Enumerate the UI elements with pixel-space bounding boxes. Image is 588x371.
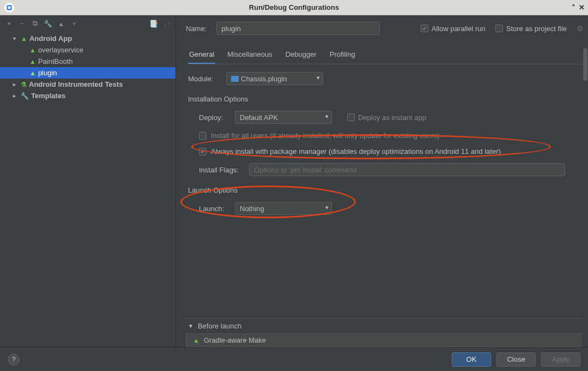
tree-item-label: PaintBooth <box>38 57 73 65</box>
tab-miscellaneous[interactable]: Miscellaneous <box>226 47 273 64</box>
checkbox-icon <box>199 148 207 155</box>
flask-icon: ⚗ <box>21 81 27 88</box>
window-minimize-icon[interactable]: ˄ <box>572 3 575 11</box>
checkbox-label: Always install with package manager (dis… <box>211 147 501 155</box>
checkbox-icon <box>347 113 355 121</box>
tab-debugger[interactable]: Debugger <box>284 47 318 64</box>
tree-item-label: plugin <box>38 69 57 77</box>
launch-select[interactable]: Nothing <box>235 202 332 215</box>
android-icon: ▲ <box>193 337 199 344</box>
name-label: Name: <box>186 25 207 33</box>
module-value: Chassis.plugin <box>241 75 287 83</box>
remove-icon[interactable]: － <box>17 19 26 28</box>
checkbox-icon <box>199 132 207 140</box>
before-launch-task-label: Gradle-aware Make <box>204 336 266 344</box>
launch-label: Launch: <box>199 205 227 213</box>
titlebar: Run/Debug Configurations ˄ ✕ <box>0 0 588 15</box>
general-tab-content: Module: Chassis.plugin Installation Opti… <box>186 64 584 223</box>
before-launch-section: ▼ Before launch ▲ Gradle-aware Make <box>186 318 584 347</box>
tree-item-plugin[interactable]: ▲ plugin <box>0 67 175 79</box>
checkbox-label: Install for all users (if already instal… <box>211 131 439 140</box>
tree-group-label: Templates <box>31 92 65 100</box>
before-launch-header[interactable]: ▼ Before launch <box>186 319 584 333</box>
add-icon[interactable]: ＋ <box>4 19 13 28</box>
chevron-right-icon: ▸ <box>13 81 19 87</box>
installation-options-title: Installation Options <box>188 95 581 103</box>
folder-icon <box>231 76 239 82</box>
window-title: Run/Debug Configurations <box>0 3 588 11</box>
install-all-users-checkbox[interactable]: Install for all users (if already instal… <box>199 131 581 140</box>
checkbox-icon <box>495 25 503 32</box>
android-icon: ▲ <box>29 58 36 65</box>
module-label: Module: <box>188 75 219 83</box>
scrollbar[interactable] <box>583 15 588 347</box>
install-flags-input[interactable] <box>249 163 565 176</box>
deploy-select[interactable]: Default APK <box>235 111 332 124</box>
copy-icon[interactable]: ⧉ <box>31 19 39 28</box>
configuration-editor: Name: Allow parallel run Store as projec… <box>176 15 588 347</box>
chevron-down-icon: ▾ <box>13 35 19 41</box>
checkbox-icon <box>421 25 428 32</box>
chevron-down-icon: ▼ <box>188 323 193 329</box>
tree-group-templates[interactable]: ▸ 🔧 Templates <box>0 90 175 101</box>
module-select[interactable]: Chassis.plugin <box>226 72 323 85</box>
always-package-manager-checkbox[interactable]: Always install with package manager (dis… <box>199 147 581 155</box>
checkbox-label: Allow parallel run <box>432 25 486 33</box>
before-launch-task-row[interactable]: ▲ Gradle-aware Make <box>186 333 584 347</box>
before-launch-label: Before launch <box>198 322 241 330</box>
wrench-icon[interactable]: 🔧 <box>44 20 52 28</box>
dialog-button-bar: ? OK Close Apply <box>0 347 588 371</box>
allow-parallel-checkbox[interactable]: Allow parallel run <box>421 25 486 33</box>
folder-action-icon[interactable]: 📑 <box>149 20 158 28</box>
deploy-instant-checkbox[interactable]: Deploy as instant app <box>347 113 426 122</box>
config-toolbar: ＋ － ⧉ 🔧 ▴ ▾ 📑 ↓↑ <box>0 15 175 32</box>
wrench-icon: 🔧 <box>21 92 29 100</box>
checkbox-label: Deploy as instant app <box>358 113 426 122</box>
tree-item-label: overlayservice <box>38 46 83 54</box>
svg-rect-1 <box>8 6 11 9</box>
down-icon[interactable]: ▾ <box>70 20 78 28</box>
tree-group-label: Android Instrumented Tests <box>29 80 123 88</box>
tree-group-instrumented[interactable]: ▸ ⚗ Android Instrumented Tests <box>0 79 175 90</box>
tree-group-label: Android App <box>29 34 72 43</box>
store-as-project-checkbox[interactable]: Store as project file <box>495 25 567 33</box>
configurations-panel: ＋ － ⧉ 🔧 ▴ ▾ 📑 ↓↑ ▾ ▲ Android App ▲ overl… <box>0 15 176 347</box>
sort-icon[interactable]: ↓↑ <box>162 20 171 28</box>
close-button[interactable]: Close <box>496 352 536 367</box>
app-icon <box>4 3 14 13</box>
tab-profiling[interactable]: Profiling <box>329 47 356 64</box>
android-icon: ▲ <box>21 35 27 43</box>
up-icon[interactable]: ▴ <box>57 20 65 28</box>
apply-button[interactable]: Apply <box>541 352 580 367</box>
chevron-right-icon: ▸ <box>13 93 19 99</box>
window-close-icon[interactable]: ✕ <box>579 3 585 11</box>
tree-item-overlayservice[interactable]: ▲ overlayservice <box>0 44 175 56</box>
config-tabs: General Miscellaneous Debugger Profiling <box>186 47 584 64</box>
ok-button[interactable]: OK <box>452 352 491 367</box>
configurations-tree[interactable]: ▾ ▲ Android App ▲ overlayservice ▲ Paint… <box>0 32 175 347</box>
install-flags-label: Install Flags: <box>199 166 241 174</box>
android-icon: ▲ <box>29 69 36 77</box>
scrollbar-thumb[interactable] <box>583 48 587 81</box>
dialog-body: ＋ － ⧉ 🔧 ▴ ▾ 📑 ↓↑ ▾ ▲ Android App ▲ overl… <box>0 15 588 371</box>
deploy-label: Deploy: <box>199 113 227 122</box>
launch-options-title: Launch Options <box>188 186 581 194</box>
tree-item-paintbooth[interactable]: ▲ PaintBooth <box>0 56 175 67</box>
android-icon: ▲ <box>29 46 36 54</box>
tab-general[interactable]: General <box>188 47 215 64</box>
help-button[interactable]: ? <box>8 354 20 366</box>
tree-group-android-app[interactable]: ▾ ▲ Android App <box>0 33 175 44</box>
name-input[interactable] <box>216 22 380 35</box>
checkbox-label: Store as project file <box>506 25 567 33</box>
